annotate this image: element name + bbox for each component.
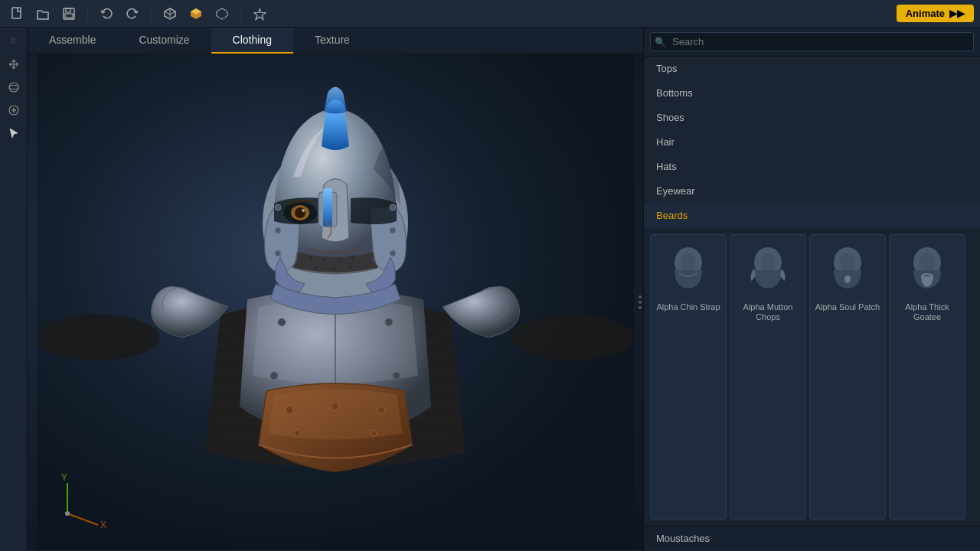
list-item[interactable]: Alpha Mutton Chops xyxy=(730,234,806,520)
add-icon[interactable] xyxy=(3,99,24,121)
bottom-section: Moustaches xyxy=(644,526,980,551)
cube-alt-icon[interactable] xyxy=(211,3,233,24)
svg-point-55 xyxy=(920,253,935,272)
category-shoes[interactable]: Shoes xyxy=(644,106,980,130)
tab-assemble[interactable]: Assemble xyxy=(28,28,117,54)
svg-point-28 xyxy=(302,209,305,212)
item-label: Alpha Soul Patch xyxy=(815,302,880,312)
list-item[interactable]: Alpha Chin Strap xyxy=(650,234,727,520)
tab-customize[interactable]: Customize xyxy=(117,28,211,54)
toolbar: Animate ▶▶ xyxy=(0,0,980,28)
svg-text:X: X xyxy=(100,520,106,530)
svg-rect-0 xyxy=(12,8,21,18)
svg-point-35 xyxy=(350,266,352,269)
separator-3 xyxy=(240,6,241,21)
svg-point-30 xyxy=(323,259,325,261)
separator-2 xyxy=(151,6,152,21)
svg-point-38 xyxy=(275,250,281,256)
category-tops[interactable]: Tops xyxy=(644,57,980,81)
svg-point-10 xyxy=(278,318,286,326)
svg-point-36 xyxy=(275,204,281,210)
tab-texture[interactable]: Texture xyxy=(293,28,371,54)
save-icon[interactable] xyxy=(58,3,80,24)
svg-point-27 xyxy=(295,207,305,218)
play-icon: ▶▶ xyxy=(949,8,965,19)
category-list: Tops Bottoms Shoes Hair Hats Eyewear Bea… xyxy=(644,57,980,228)
svg-point-50 xyxy=(760,253,776,272)
star-icon[interactable] xyxy=(249,3,270,24)
svg-point-9 xyxy=(511,315,634,360)
category-eyewear[interactable]: Eyewear xyxy=(644,179,980,204)
animate-button[interactable]: Animate ▶▶ xyxy=(897,5,974,22)
cube-outline-icon[interactable] xyxy=(159,3,181,24)
svg-point-17 xyxy=(332,403,339,410)
item-avatar-mutton-chops xyxy=(739,241,797,299)
svg-rect-3 xyxy=(65,14,73,18)
svg-point-40 xyxy=(390,227,396,233)
undo-icon[interactable] xyxy=(96,3,117,24)
svg-point-53 xyxy=(844,276,851,283)
search-wrap xyxy=(650,32,974,51)
cube-solid-icon[interactable] xyxy=(185,3,207,24)
canvas-area[interactable]: X Y xyxy=(28,54,643,550)
category-hair[interactable]: Hair xyxy=(644,130,980,155)
svg-rect-24 xyxy=(323,188,332,227)
list-item[interactable]: Alpha Soul Patch xyxy=(809,234,886,520)
separator-1 xyxy=(87,6,88,21)
right-panel: Tops Bottoms Shoes Hair Hats Eyewear Bea… xyxy=(643,28,980,551)
move-icon[interactable] xyxy=(3,54,24,75)
orbit-icon[interactable] xyxy=(3,77,24,98)
item-label: Alpha Mutton Chops xyxy=(733,302,802,322)
svg-point-11 xyxy=(385,318,393,326)
svg-point-33 xyxy=(315,266,318,269)
item-avatar-chin-strap xyxy=(659,241,717,299)
search-bar xyxy=(644,28,980,57)
item-label: Alpha Thick Goatee xyxy=(893,302,962,322)
search-input[interactable] xyxy=(650,32,974,51)
tab-clothing[interactable]: Clothing xyxy=(211,28,293,54)
svg-point-37 xyxy=(275,227,281,233)
character-svg: X Y xyxy=(28,54,643,550)
svg-point-8 xyxy=(37,315,159,360)
svg-point-32 xyxy=(351,256,354,259)
svg-point-5 xyxy=(9,86,18,90)
svg-point-39 xyxy=(390,204,396,210)
bottom-category-label[interactable]: Moustaches xyxy=(644,527,980,551)
svg-point-41 xyxy=(390,250,396,256)
category-bottoms[interactable]: Bottoms xyxy=(644,81,980,106)
item-avatar-thick-goatee xyxy=(898,241,956,299)
category-hats[interactable]: Hats xyxy=(644,155,980,179)
svg-point-31 xyxy=(338,259,341,261)
svg-point-12 xyxy=(270,372,278,380)
viewport[interactable]: Assemble Customize Clothing Texture xyxy=(28,28,643,551)
svg-point-18 xyxy=(377,406,385,414)
new-file-icon[interactable] xyxy=(6,3,28,24)
svg-point-16 xyxy=(286,406,293,414)
category-beards[interactable]: Beards xyxy=(644,204,980,228)
svg-point-19 xyxy=(294,430,300,436)
left-sidebar: ⠿ xyxy=(0,28,28,551)
svg-point-46 xyxy=(65,511,70,516)
svg-point-20 xyxy=(371,430,377,436)
viewport-resize-handle[interactable] xyxy=(639,295,642,309)
redo-icon[interactable] xyxy=(122,3,143,24)
items-grid: Alpha Chin Strap Alpha Mutton Chops xyxy=(644,228,980,526)
select-icon[interactable] xyxy=(3,122,24,144)
main-area: ⠿ Assemble Cu xyxy=(0,28,980,551)
list-item[interactable]: Alpha Thick Goatee xyxy=(889,234,965,520)
svg-point-29 xyxy=(310,256,312,259)
item-label: Alpha Chin Strap xyxy=(656,302,720,312)
dots-icon: ⠿ xyxy=(3,31,24,52)
animate-label: Animate xyxy=(906,8,945,19)
svg-point-13 xyxy=(393,372,400,380)
open-file-icon[interactable] xyxy=(32,3,54,24)
svg-text:Y: Y xyxy=(61,472,67,483)
svg-point-34 xyxy=(333,268,335,270)
tab-bar: Assemble Customize Clothing Texture xyxy=(28,28,643,54)
svg-point-4 xyxy=(9,83,18,92)
item-avatar-soul-patch xyxy=(818,241,877,299)
svg-point-52 xyxy=(840,253,855,272)
svg-point-48 xyxy=(681,253,696,272)
